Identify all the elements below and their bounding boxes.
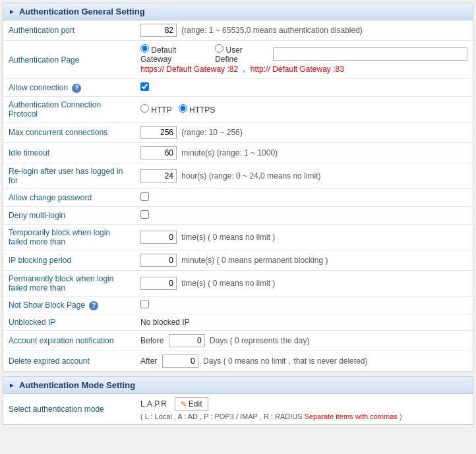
max-connections-row: Max concurrent connections (range: 10 ~ … [3,123,473,143]
select-auth-mode-cell: L.A.P.R ✎ Edit ( L : Local , A : AD , P … [135,394,473,424]
auth-port-cell: (range: 1 ~ 65535,0 means authentication… [135,20,473,41]
auth-mode-description: ( L : Local , A : AD , P : POP3 / IMAP ,… [140,412,467,420]
http-radio[interactable] [140,104,149,113]
auth-general-section: ► Authentication General Setting Authent… [3,3,473,372]
relogin-input[interactable] [140,169,177,183]
deny-multi-login-checkbox[interactable] [140,210,149,219]
auth-protocol-label: Authentication Connection Protocol [3,97,135,123]
idle-timeout-input[interactable] [140,146,177,159]
max-connections-input[interactable] [140,126,177,139]
not-show-block-page-checkbox[interactable] [140,300,149,308]
https-radio-label[interactable]: HTTPS [179,104,216,115]
relogin-row: Re-login after user has logged in for ho… [3,163,473,189]
account-expiry-label: Account expiration notification [3,331,135,351]
edit-label: Edit [189,399,202,409]
deny-multi-login-row: Deny multi-login [3,207,473,225]
allow-connection-cell [135,79,473,97]
unblocked-ip-cell: No blocked IP [135,314,473,331]
max-connections-label: Max concurrent connections [3,123,135,143]
idle-timeout-hint: minute(s) (range: 1 ~ 1000) [181,148,278,157]
relogin-hint: hour(s) (range: 0 ~ 24,0 means no limit) [181,171,320,181]
https-radio[interactable] [179,104,187,113]
ip-block-period-cell: minute(s) ( 0 means permanent blocking ) [135,250,473,271]
account-expiry-cell: Before Days ( 0 represents the day) [135,331,473,351]
auth-protocol-cell: HTTP HTTPS [135,97,473,123]
relogin-label: Re-login after user has logged in for [3,163,135,189]
temp-block-hint: time(s) ( 0 means no limit ) [181,233,275,242]
auth-protocol-row: Authentication Connection Protocol HTTP … [3,97,473,123]
select-auth-mode-controls: L.A.P.R ✎ Edit [140,397,467,411]
account-expiry-input[interactable] [169,334,205,347]
unblocked-ip-label: Unblocked IP [3,314,135,331]
perm-block-hint: time(s) ( 0 means no limit ) [181,279,275,288]
auth-mode-title: Authentication Mode Setting [19,380,135,390]
auth-port-label: Authentication port [3,20,135,41]
select-auth-mode-label: Select authentication mode [3,394,135,424]
url-separator: ， [240,65,248,74]
http-radio-label[interactable]: HTTP [140,104,172,115]
account-expiry-hint: Days ( 0 represents the day) [210,336,309,345]
account-expiry-row: Account expiration notification Before D… [3,331,473,351]
max-connections-hint: (range: 10 ~ 256) [181,128,242,137]
default-gateway-radio-label[interactable]: Default Gateway [140,44,208,64]
user-define-radio[interactable] [215,44,223,53]
unblocked-ip-row: Unblocked IP No blocked IP [3,314,473,331]
auth-mode-section: ► Authentication Mode Setting Select aut… [3,376,473,425]
account-expiry-prefix: Before [140,336,164,345]
auth-mode-table: Select authentication mode L.A.P.R ✎ Edi… [3,394,473,424]
perm-block-input[interactable] [140,277,177,290]
auth-page-row: Authentication Page Default Gateway User… [3,41,473,79]
perm-block-row: Permanently block when login failed more… [3,271,473,297]
not-show-block-page-label: Not Show Block Page ? [3,297,135,314]
ip-block-period-input[interactable] [140,254,177,267]
radius-highlight: Separate items with commas [305,412,398,420]
edit-button[interactable]: ✎ Edit [175,397,208,411]
collapse-arrow[interactable]: ► [9,8,15,15]
delete-expired-hint: Days ( 0 means no limit，that is never de… [203,356,367,366]
auth-page-radio-group: Default Gateway User Define [140,44,467,64]
user-define-radio-label[interactable]: User Define [215,44,266,64]
auth-page-cell: Default Gateway User Define https:// Def… [135,41,473,79]
temp-block-input[interactable] [140,231,177,244]
not-show-block-page-cell [135,297,473,314]
delete-expired-input[interactable] [162,355,198,368]
user-define-input[interactable] [273,47,467,61]
idle-timeout-label: Idle timeout [3,143,135,163]
not-show-block-page-help-icon[interactable]: ? [89,301,98,310]
auth-page-label: Authentication Page [3,41,135,79]
perm-block-label: Permanently block when login failed more… [3,271,135,297]
lapr-text: L.A.P.R [140,399,167,409]
pencil-icon: ✎ [181,400,187,409]
auth-port-hint: (range: 1 ~ 65535,0 means authentication… [181,26,363,35]
delete-expired-row: Delete expired account After Days ( 0 me… [3,351,473,372]
auth-protocol-radio-group: HTTP HTTPS [140,104,467,115]
auth-general-title: Authentication General Setting [19,7,145,16]
idle-timeout-row: Idle timeout minute(s) (range: 1 ~ 1000) [3,143,473,163]
deny-multi-login-cell [135,207,473,225]
allow-connection-help-icon[interactable]: ? [72,84,81,93]
not-show-block-page-row: Not Show Block Page ? [3,297,473,314]
deny-multi-login-label: Deny multi-login [3,207,135,225]
auth-page-urls: https:// Default Gateway :82 ， http:// D… [140,64,467,75]
max-connections-cell: (range: 10 ~ 256) [135,123,473,143]
allow-change-password-checkbox[interactable] [140,192,149,201]
temp-block-cell: time(s) ( 0 means no limit ) [135,225,473,250]
http-url: http:// Default Gateway :83 [251,65,344,74]
allow-change-password-cell [135,189,473,207]
default-gateway-radio[interactable] [140,44,149,53]
delete-expired-cell: After Days ( 0 means no limit，that is ne… [135,351,473,372]
ip-block-period-hint: minute(s) ( 0 means permanent blocking ) [181,256,328,265]
auth-mode-header: ► Authentication Mode Setting [3,377,473,394]
allow-connection-checkbox[interactable] [140,82,149,91]
allow-connection-label: Allow connection ? [3,79,135,97]
delete-expired-prefix: After [140,356,157,366]
allow-change-password-row: Allow change password [3,189,473,207]
https-url: https:// Default Gateway :82 [140,65,238,74]
delete-expired-label: Delete expired account [3,351,135,372]
auth-port-row: Authentication port (range: 1 ~ 65535,0 … [3,20,473,41]
temp-block-label: Temporarily block when login failed more… [3,225,135,250]
auth-mode-collapse-arrow[interactable]: ► [9,382,15,389]
select-auth-mode-row: Select authentication mode L.A.P.R ✎ Edi… [3,394,473,424]
ip-block-period-row: IP blocking period minute(s) ( 0 means p… [3,250,473,271]
auth-port-input[interactable] [140,24,177,37]
